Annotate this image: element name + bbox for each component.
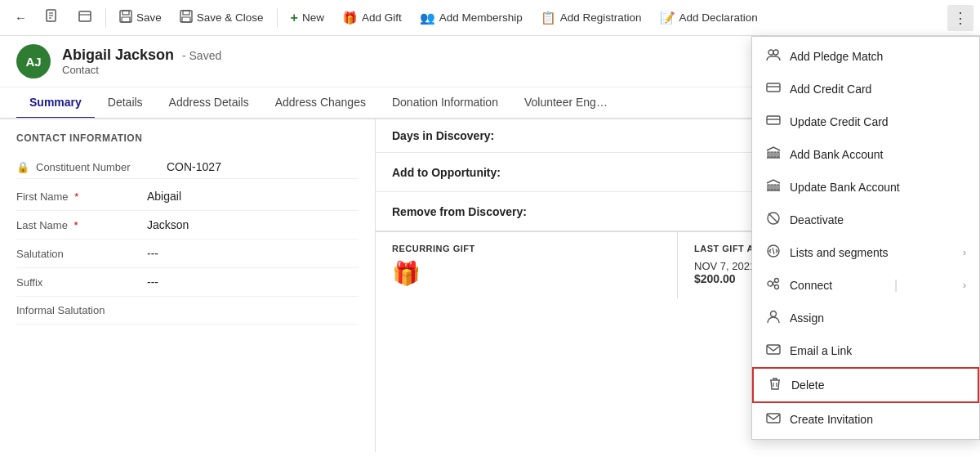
first-name-row: First Name * Abigail [16,182,359,211]
contact-name: Abigail Jackson [62,47,174,63]
save-button[interactable]: Save [111,7,170,29]
salutation-label: Salutation [16,248,147,260]
contact-saved: - Saved [182,49,221,62]
recurring-gift-card: RECURRING GIFT 🎁 [376,232,678,298]
menu-item-connect[interactable]: Connect | › [752,269,979,302]
lists-segments-icon [765,244,782,262]
svg-point-12 [768,50,773,55]
separator-2 [277,8,278,28]
tab-details[interactable]: Details [95,87,156,119]
tab-button[interactable] [69,6,100,29]
assign-icon [765,309,782,327]
create-invitation-icon [765,410,782,428]
contact-type: Contact [62,64,221,76]
pledge-match-icon [765,47,782,65]
svg-rect-25 [774,185,776,190]
menu-item-add-bank-account[interactable]: Add Bank Account [752,138,979,171]
menu-item-email-link-label: Email a Link [790,344,852,357]
svg-point-34 [775,285,779,289]
new-label: New [302,11,324,24]
menu-item-update-credit-card[interactable]: Update Credit Card [752,105,979,138]
svg-point-13 [773,50,778,55]
tab-summary[interactable]: Summary [16,87,95,119]
email-link-icon [765,342,782,360]
add-declaration-label: Add Declaration [679,11,758,24]
svg-rect-21 [777,152,779,157]
first-name-label: First Name * [16,190,147,203]
membership-icon: 👥 [420,11,435,25]
svg-rect-24 [771,185,773,190]
menu-item-lists-segments-label: Lists and segments [790,246,889,259]
separator-1 [105,8,106,28]
menu-item-create-invitation[interactable]: Create Invitation [752,403,979,436]
more-icon: ⋮ [953,9,968,27]
document-icon [45,9,60,26]
add-registration-label: Add Registration [560,11,642,24]
add-membership-button[interactable]: 👥 Add Membership [412,7,531,29]
svg-rect-20 [774,152,776,157]
add-credit-card-icon [765,80,782,98]
menu-item-deactivate[interactable]: Deactivate [752,204,979,236]
menu-item-add-credit-card[interactable]: Add Credit Card [752,73,979,105]
svg-rect-23 [768,185,769,190]
lock-icon: 🔒 [16,161,29,173]
menu-item-assign[interactable]: Assign [752,302,979,334]
tab-address-changes[interactable]: Address Changes [262,87,379,119]
update-credit-card-icon [765,113,782,131]
left-panel: CONTACT INFORMATION 🔒 Constituent Number… [0,119,376,452]
svg-rect-11 [182,17,190,22]
last-name-label: Last Name * [16,219,147,231]
tab-volunteer-eng[interactable]: Volunteer Eng… [511,87,621,119]
save-close-label: Save & Close [197,11,264,24]
tab-address-details[interactable]: Address Details [156,87,262,119]
menu-item-delete[interactable]: Delete [752,367,979,403]
document-button[interactable] [37,6,68,29]
page-wrapper: ← Save Save & Close + Ne [0,0,980,457]
new-icon: + [291,11,298,25]
more-button[interactable]: ⋮ [947,5,973,31]
add-registration-button[interactable]: 📋 Add Registration [532,7,650,29]
menu-item-email-link[interactable]: Email a Link [752,334,979,367]
informal-salutation-label: Informal Salutation [16,304,147,316]
first-name-required: * [74,190,78,203]
recurring-gift-title: RECURRING GIFT [392,244,661,253]
suffix-value: --- [147,276,158,289]
svg-point-37 [771,311,777,317]
menu-item-create-invitation-label: Create Invitation [790,413,873,426]
tab-donation-information[interactable]: Donation Information [379,87,511,119]
salutation-value: --- [147,247,158,260]
svg-line-29 [768,213,778,223]
avatar: AJ [16,44,51,78]
svg-point-32 [768,281,773,286]
svg-rect-8 [122,17,130,22]
last-name-required: * [74,219,78,231]
svg-rect-10 [183,11,189,15]
add-gift-button[interactable]: 🎁 Add Gift [334,7,410,29]
tab-icon [78,9,92,26]
back-button[interactable]: ← [7,7,35,28]
add-declaration-button[interactable]: 📝 Add Declaration [652,7,766,29]
svg-rect-18 [768,152,769,157]
menu-item-update-bank-account[interactable]: Update Bank Account [752,171,979,204]
menu-item-assign-label: Assign [790,311,824,325]
menu-item-add-bank-account-label: Add Bank Account [790,148,883,161]
save-close-button[interactable]: Save & Close [172,7,272,29]
menu-item-update-credit-card-label: Update Credit Card [790,115,889,128]
svg-rect-14 [767,83,780,92]
new-button[interactable]: + New [283,7,332,29]
declaration-icon: 📝 [660,11,675,25]
dropdown-menu: Add Pledge Match Add Credit Card Update … [751,36,980,440]
menu-item-add-pledge-match[interactable]: Add Pledge Match [752,40,979,73]
informal-salutation-row: Informal Salutation [16,297,359,325]
contact-name-row: Abigail Jackson - Saved [62,47,221,64]
save-close-icon [180,10,193,25]
svg-rect-4 [79,11,91,21]
lists-segments-arrow: › [963,247,966,258]
svg-rect-41 [767,414,780,423]
suffix-row: Suffix --- [16,268,359,297]
menu-item-lists-segments[interactable]: Lists and segments › [752,236,979,269]
connect-icon [765,276,782,294]
add-gift-label: Add Gift [362,11,402,24]
svg-rect-26 [777,185,779,190]
menu-item-connect-label: Connect [790,279,832,292]
